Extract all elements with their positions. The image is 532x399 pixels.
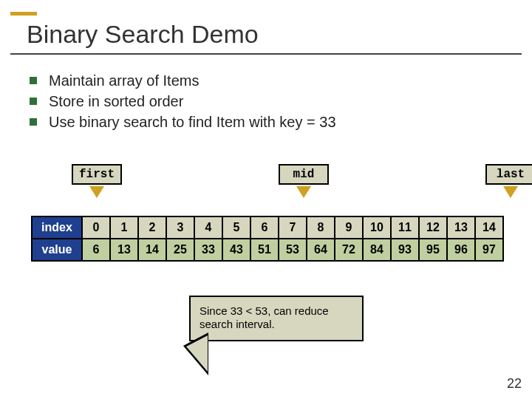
pointer-row: first mid last — [0, 164, 532, 216]
bullet-text: Maintain array of Items — [49, 71, 199, 90]
value-cell: 6 — [82, 239, 110, 261]
list-item: Use binary search to find Item with key … — [30, 112, 502, 132]
table-row: index 0 1 2 3 4 5 6 7 8 9 10 11 12 13 14 — [32, 216, 503, 239]
index-cell: 11 — [391, 216, 419, 239]
page-number: 22 — [507, 376, 522, 392]
index-cell: 1 — [110, 216, 138, 239]
value-cell: 51 — [250, 239, 279, 261]
index-cell: 6 — [250, 216, 279, 239]
arrow-down-icon — [296, 186, 311, 198]
pointer-last: last — [485, 164, 532, 198]
pointer-first-label: first — [72, 164, 122, 185]
index-cell: 12 — [419, 216, 447, 239]
value-cell: 13 — [110, 239, 138, 261]
bullet-icon — [30, 118, 37, 126]
pointer-last-label: last — [485, 164, 532, 185]
index-cell: 7 — [279, 216, 307, 239]
row-header-index: index — [32, 216, 82, 239]
title-rule — [10, 53, 522, 55]
pointer-mid: mid — [279, 164, 329, 198]
index-cell: 3 — [166, 216, 194, 239]
arrow-down-icon — [503, 186, 518, 198]
value-cell: 72 — [335, 239, 363, 261]
value-cell: 96 — [447, 239, 475, 261]
bullet-icon — [30, 98, 37, 105]
pointer-mid-label: mid — [279, 164, 329, 185]
value-cell: 25 — [166, 239, 194, 261]
bullet-list: Maintain array of Items Store in sorted … — [30, 71, 502, 133]
list-item: Maintain array of Items — [30, 71, 502, 90]
bullet-icon — [30, 77, 37, 84]
callout-tail-icon — [183, 332, 208, 375]
value-cell: 33 — [194, 239, 222, 261]
index-cell: 4 — [194, 216, 222, 239]
value-cell: 14 — [138, 239, 166, 261]
index-cell: 10 — [363, 216, 391, 239]
value-cell: 97 — [475, 239, 503, 261]
slide-title: Binary Search Demo — [10, 17, 522, 53]
title-accent — [10, 12, 37, 16]
index-cell: 13 — [447, 216, 475, 239]
index-cell: 0 — [82, 216, 110, 239]
array-table: index 0 1 2 3 4 5 6 7 8 9 10 11 12 13 14… — [31, 216, 504, 262]
value-cell: 64 — [307, 239, 335, 261]
value-cell: 53 — [279, 239, 307, 261]
pointer-first: first — [72, 164, 122, 198]
value-cell: 84 — [363, 239, 391, 261]
value-cell: 93 — [391, 239, 419, 261]
value-cell: 95 — [419, 239, 447, 261]
index-cell: 9 — [335, 216, 363, 239]
title-block: Binary Search Demo — [10, 12, 522, 55]
list-item: Store in sorted order — [30, 92, 502, 111]
callout-text: Since 33 < 53, can reduce search interva… — [200, 304, 329, 330]
table-row: value 6 13 14 25 33 43 51 53 64 72 84 93… — [32, 239, 503, 261]
index-cell: 5 — [222, 216, 250, 239]
bullet-text: Use binary search to find Item with key … — [49, 112, 336, 132]
bullet-text: Store in sorted order — [49, 92, 183, 111]
index-cell: 14 — [475, 216, 503, 239]
row-header-value: value — [32, 239, 82, 261]
index-cell: 8 — [307, 216, 335, 239]
arrow-down-icon — [89, 186, 104, 198]
value-cell: 43 — [222, 239, 250, 261]
callout-box: Since 33 < 53, can reduce search interva… — [189, 296, 364, 341]
index-cell: 2 — [138, 216, 166, 239]
